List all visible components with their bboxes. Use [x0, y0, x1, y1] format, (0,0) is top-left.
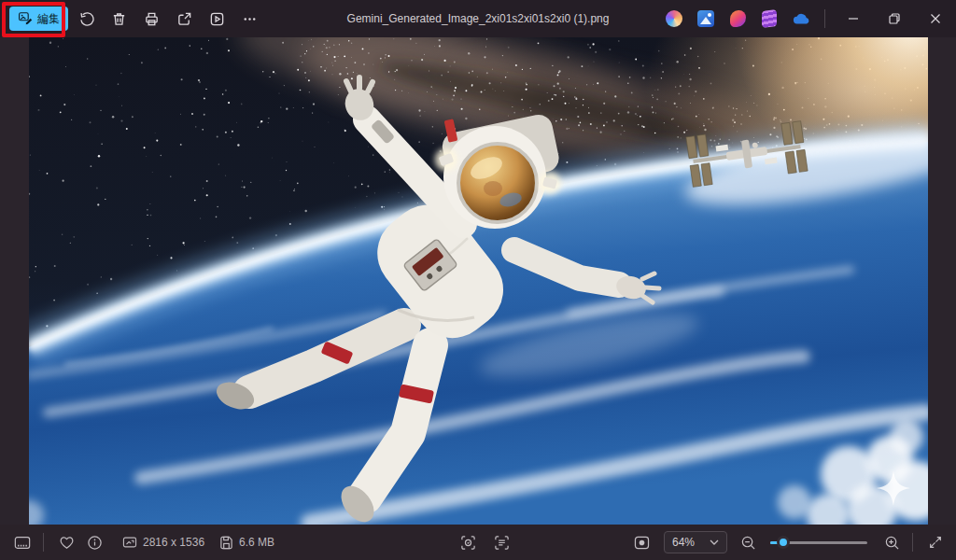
rotate-icon — [78, 11, 94, 27]
zoom-out-icon — [740, 535, 756, 551]
footer-left: 2816 x 1536 6.6 MB — [7, 529, 274, 555]
viewer-area — [0, 37, 956, 525]
footer-right: 64% — [626, 525, 949, 560]
zoom-level-value: 64% — [672, 536, 695, 549]
status-bar: 2816 x 1536 6.6 MB 64% — [0, 525, 956, 560]
slideshow-icon — [209, 11, 225, 27]
copilot-button[interactable] — [658, 4, 690, 34]
fit-to-screen-icon — [634, 536, 650, 550]
file-size-value: 6.6 MB — [239, 536, 274, 549]
photos-app-window: 編集 Gemini_Generated_Image_2xi01s2xi01s2x… — [0, 0, 956, 560]
designer-button[interactable] — [722, 4, 753, 34]
heart-icon — [59, 535, 75, 550]
restore-icon — [889, 13, 900, 24]
visual-search-button[interactable] — [455, 529, 481, 555]
title-bar: 編集 Gemini_Generated_Image_2xi01s2xi01s2x… — [0, 0, 956, 37]
delete-button[interactable] — [104, 4, 134, 34]
zoom-level-dropdown[interactable]: 64% — [664, 531, 727, 553]
chevron-down-icon — [710, 539, 719, 545]
print-icon — [144, 11, 160, 27]
minimize-icon — [848, 13, 859, 24]
copilot-icon — [666, 10, 682, 27]
slideshow-button[interactable] — [202, 4, 232, 34]
zoom-in-icon — [884, 535, 900, 551]
zoom-out-button[interactable] — [735, 529, 761, 555]
onedrive-icon — [792, 12, 810, 25]
more-options-button[interactable] — [234, 4, 264, 34]
clipchamp-button[interactable] — [753, 4, 785, 34]
edit-button-label: 編集 — [37, 11, 60, 27]
onedrive-button[interactable] — [785, 4, 817, 34]
edit-button[interactable]: 編集 — [9, 7, 68, 31]
visual-search-app-button[interactable] — [690, 4, 722, 34]
share-button[interactable] — [169, 4, 199, 34]
text-actions-button[interactable] — [488, 529, 514, 555]
more-ellipsis-icon — [242, 11, 258, 27]
fit-to-screen-button[interactable] — [628, 529, 654, 555]
print-button[interactable] — [136, 4, 166, 34]
favorite-button[interactable] — [53, 529, 79, 555]
photo-astronaut-space[interactable] — [29, 37, 928, 525]
image-dimensions-icon — [122, 536, 137, 549]
clipchamp-icon — [762, 9, 777, 28]
info-icon — [87, 535, 103, 551]
zoom-slider-thumb[interactable] — [777, 536, 790, 549]
footer-divider-right — [912, 533, 913, 552]
toolbar-left: 編集 — [0, 0, 264, 37]
fullscreen-expand-icon — [928, 535, 943, 550]
filmstrip-button[interactable] — [9, 529, 35, 555]
zoom-slider[interactable] — [770, 529, 867, 555]
image-dimensions: 2816 x 1536 — [122, 536, 204, 549]
visual-search-icon — [697, 10, 714, 27]
trash-icon — [111, 11, 127, 27]
close-button[interactable] — [915, 0, 956, 37]
save-floppy-icon — [219, 536, 233, 550]
text-actions-icon — [494, 535, 510, 551]
edit-image-icon — [18, 10, 33, 28]
zoom-in-button[interactable] — [879, 529, 905, 555]
share-icon — [176, 11, 192, 27]
rotate-button[interactable] — [71, 4, 101, 34]
close-icon — [930, 13, 941, 24]
file-size: 6.6 MB — [219, 536, 274, 550]
dimensions-value: 2816 x 1536 — [143, 536, 204, 549]
designer-icon — [730, 10, 746, 27]
titlebar-divider — [824, 9, 825, 28]
toolbar-right — [658, 0, 956, 37]
visual-search-scan-icon — [460, 535, 476, 551]
footer-divider-left — [43, 533, 44, 552]
info-button[interactable] — [81, 529, 107, 555]
minimize-button[interactable] — [833, 0, 874, 37]
filmstrip-icon — [14, 536, 31, 550]
footer-center — [453, 525, 514, 560]
fullscreen-button[interactable] — [922, 529, 949, 555]
restore-button[interactable] — [874, 0, 915, 37]
